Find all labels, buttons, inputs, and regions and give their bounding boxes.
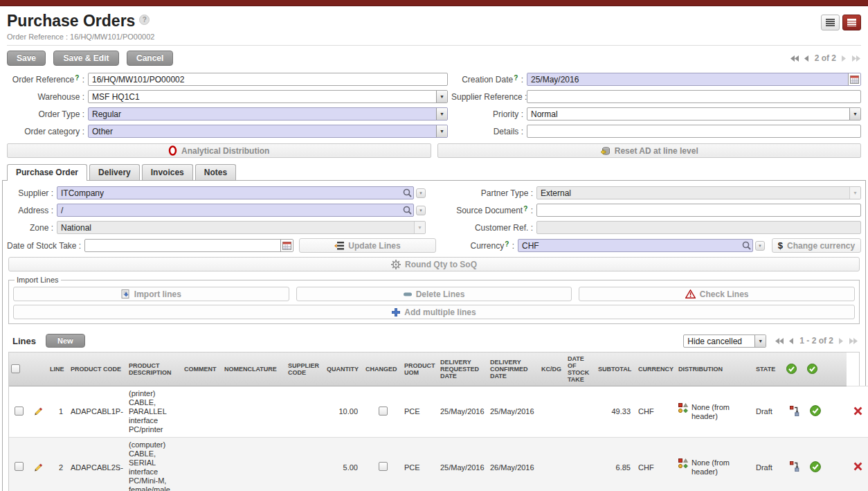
col-delivery-requested[interactable]: DELIVERY REQUESTED DATE [438,352,488,386]
edit-pencil-icon[interactable] [33,406,43,416]
supplier-reference-input[interactable] [527,90,861,103]
check-lines-button[interactable]: Check Lines [579,287,855,301]
pager-prev-icon[interactable] [804,55,809,62]
col-subtotal[interactable]: SUBTOTAL [596,352,636,386]
calendar-icon[interactable] [280,240,293,251]
pager-next-icon[interactable] [842,55,847,62]
update-lines-button[interactable]: Update Lines [299,238,436,253]
chevron-down-icon[interactable] [436,108,447,120]
order-category-select[interactable]: Other [88,125,448,138]
cancel-button[interactable]: Cancel [127,51,173,66]
col-date-stock-take[interactable]: DATE OF STOCK TAKE [566,352,596,386]
col-quantity[interactable]: QUANTITY [325,352,363,386]
pager-next-icon[interactable] [839,338,844,344]
distribution-shapes-icon[interactable] [678,458,688,468]
save-edit-button[interactable]: Save & Edit [53,51,118,66]
list-view-button[interactable] [821,15,840,30]
convert-line-icon[interactable] [790,461,799,472]
pager-first-icon[interactable] [775,338,784,344]
list-view-icon [826,19,835,26]
tab-notes[interactable]: Notes [195,164,236,181]
analytical-distribution-button[interactable]: Analytical Distribution [7,143,431,158]
col-delivery-confirmed[interactable]: DELIVERY CONFIRMED DATE [488,352,539,386]
currency-dropdown-button[interactable] [755,241,765,251]
table-row[interactable]: 2 ADAPCABL2S- (computer) CABLE, SERIAL i… [9,438,868,491]
import-lines-button[interactable]: Import lines [13,287,289,301]
changed-checkbox[interactable] [379,407,388,416]
save-button[interactable]: Save [7,51,46,66]
pager-last-icon[interactable] [852,55,861,62]
help-icon[interactable]: ? [514,74,518,82]
convert-line-icon[interactable] [790,406,799,416]
confirm-line-icon[interactable] [810,461,821,472]
source-document-input[interactable] [536,204,861,217]
supplier-dropdown-button[interactable] [416,188,426,198]
col-currency[interactable]: CURRENCY [636,352,676,386]
col-changed[interactable]: CHANGED [363,352,402,386]
changed-checkbox[interactable] [379,462,388,471]
table-row[interactable]: 1 ADAPCABL1P- (printer) CABLE, PARALLEL … [9,386,868,438]
currency-input[interactable] [518,240,740,251]
search-icon[interactable] [401,204,413,216]
toolbar: Save Save & Edit Cancel 2 of 2 [0,46,868,70]
col-distribution[interactable]: DISTRIBUTION [676,352,754,386]
col-product-code[interactable]: PRODUCT CODE [69,352,127,386]
cell-delivery-confirmed: 26/May/2016 [488,438,539,491]
delete-lines-button[interactable]: Delete Lines [296,287,572,301]
label-text: Date of Stock Take [7,241,77,251]
address-input[interactable] [57,204,401,216]
pager-prev-icon[interactable] [789,338,794,344]
tab-delivery[interactable]: Delivery [89,164,140,181]
supplier-input[interactable] [57,187,401,199]
help-icon[interactable]: ? [75,74,79,82]
distribution-shapes-icon[interactable] [678,403,688,413]
order-type-select[interactable]: Regular [88,107,448,120]
chevron-down-icon[interactable] [754,335,766,347]
col-state[interactable]: STATE [754,352,784,386]
title-help-icon[interactable]: ? [139,15,150,25]
pager-first-icon[interactable] [790,55,799,62]
tab-purchase-order[interactable]: Purchase Order [7,164,87,181]
change-currency-button[interactable]: $ Change currency [772,238,861,253]
form-view-button[interactable] [842,15,861,30]
lines-header: Lines New Hide cancelled 1 - 2 of 2 [7,330,861,352]
row-checkbox[interactable] [15,407,24,416]
col-kc-dg[interactable]: KC/DG [539,352,566,386]
search-icon[interactable] [740,240,752,251]
warehouse-select[interactable]: MSF HQ1C1 [88,90,448,103]
help-icon[interactable]: ? [505,240,509,248]
delete-line-icon[interactable] [853,407,862,416]
confirm-line-icon[interactable] [810,405,821,416]
stock-take-currency-row: Date of Stock Take : Update Lines Curren… [7,238,861,253]
col-product-description[interactable]: PRODUCT DESCRIPTION [127,352,182,386]
delete-line-icon[interactable] [853,462,862,471]
chevron-down-icon[interactable] [436,91,447,102]
add-multiple-lines-button[interactable]: Add multiple lines [13,305,855,319]
round-qty-button[interactable]: Round Qty to SoQ [8,257,860,271]
update-lines-icon [334,242,344,250]
pager-last-icon[interactable] [849,338,858,344]
new-line-button[interactable]: New [46,334,85,348]
details-input[interactable] [527,125,861,138]
search-icon[interactable] [401,187,413,199]
col-nomenclature[interactable]: NOMENCLATURE [222,352,286,386]
tab-invoices[interactable]: Invoices [142,164,193,181]
order-reference-input[interactable] [88,73,448,86]
col-product-uom[interactable]: PRODUCT UOM [402,352,438,386]
calendar-icon[interactable] [848,73,860,85]
address-dropdown-button[interactable] [416,206,426,215]
row-checkbox[interactable] [15,462,24,471]
edit-pencil-icon[interactable] [33,462,43,472]
chevron-down-icon[interactable] [436,125,447,137]
cancelled-filter-select[interactable]: Hide cancelled [683,334,766,348]
select-all-checkbox[interactable] [11,364,20,373]
creation-date-input[interactable] [527,73,848,85]
date-of-stock-take-input[interactable] [85,240,280,251]
col-line[interactable]: LINE [48,352,69,386]
col-comment[interactable]: COMMENT [182,352,222,386]
reset-ad-button[interactable]: Reset AD at line level [437,143,862,158]
priority-select[interactable]: Normal [527,107,861,120]
col-supplier-code[interactable]: SUPPLIER CODE [286,352,325,386]
chevron-down-icon[interactable] [849,108,860,120]
help-icon[interactable]: ? [523,205,527,213]
